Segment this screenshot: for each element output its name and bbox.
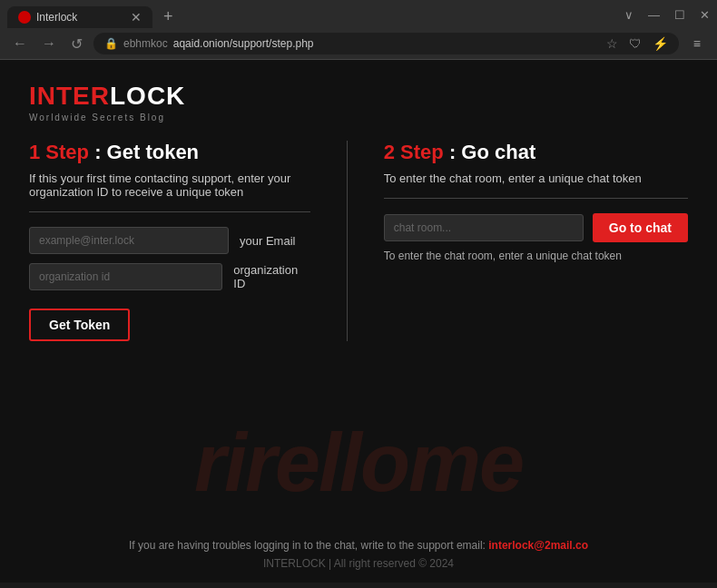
logo-lock: LOCK: [110, 82, 185, 110]
watermark: rirellome: [194, 416, 523, 510]
chat-room-input[interactable]: [384, 214, 584, 241]
step1-colon: :: [89, 141, 107, 163]
close-button[interactable]: ✕: [700, 8, 710, 22]
address-left: ebhmkoc: [123, 37, 168, 50]
org-input[interactable]: [29, 263, 222, 290]
maximize-button[interactable]: ☐: [674, 8, 685, 22]
footer-copyright: INTERLOCK | All right reserved © 2024: [29, 557, 688, 570]
browser-right-icons: ≡: [686, 36, 708, 51]
footer-trouble-text: If you are having troubles logging in to…: [29, 539, 688, 552]
tab-favicon: [18, 11, 31, 24]
window-controls: ∨ — ☐ ✕: [624, 8, 710, 25]
logo-subtitle: Worldwide Secrets Blog: [29, 113, 688, 122]
footer: If you are having troubles logging in to…: [0, 526, 717, 583]
email-input[interactable]: [29, 227, 229, 254]
shield-icon[interactable]: 🛡: [629, 36, 642, 51]
chat-input-row: Go to chat: [384, 213, 688, 242]
nav-bar: ← → ↺ 🔒 ebhmkoc aqaid.onion/support/step…: [0, 28, 717, 59]
lock-icon: 🔒: [104, 37, 118, 50]
step1-action: Get token: [107, 141, 199, 163]
active-tab[interactable]: Interlock ✕: [7, 6, 152, 28]
step2-column: 2 Step : Go chat To enter the chat room,…: [384, 141, 688, 341]
chat-note: To enter the chat room, enter a unique c…: [384, 250, 688, 262]
page-content: rirellome INTERLOCK Worldwide Secrets Bl…: [0, 60, 717, 583]
go-to-chat-button[interactable]: Go to chat: [593, 213, 688, 242]
browser-chrome: Interlock ✕ + ∨ — ☐ ✕ ← → ↺ 🔒 ebhmkoc aq…: [0, 0, 717, 60]
column-divider: [347, 141, 348, 341]
logo-inter: INTER: [29, 82, 110, 110]
org-row: organization ID: [29, 263, 310, 290]
address-bar[interactable]: 🔒 ebhmkoc aqaid.onion/support/step.php ☆…: [93, 33, 679, 54]
address-main: aqaid.onion/support/step.php: [173, 37, 314, 50]
tab-title: Interlock: [36, 11, 125, 24]
logo: INTERLOCK Worldwide Secrets Blog: [29, 82, 688, 122]
bookmark-icon[interactable]: ☆: [606, 36, 618, 51]
org-label: organization ID: [233, 263, 309, 290]
step1-heading: 1 Step : Get token: [29, 141, 310, 164]
chevron-down-icon[interactable]: ∨: [624, 8, 634, 22]
tab-bar: Interlock ✕ + ∨ — ☐ ✕: [0, 0, 717, 28]
address-right-icons: ☆ 🛡 ⚡: [606, 36, 668, 51]
logo-text: INTERLOCK: [29, 82, 688, 111]
footer-email: interlock@2mail.co: [488, 539, 588, 552]
forward-button[interactable]: →: [38, 34, 60, 54]
email-row: your Email: [29, 227, 310, 254]
step2-colon: :: [444, 141, 462, 163]
step1-number: 1 Step: [29, 141, 89, 163]
back-button[interactable]: ←: [9, 34, 31, 54]
tab-close-button[interactable]: ✕: [131, 11, 142, 24]
step1-column: 1 Step : Get token If this your first ti…: [29, 141, 310, 341]
trouble-label: If you are having troubles logging in to…: [129, 539, 486, 552]
email-label: your Email: [240, 234, 295, 248]
two-column-layout: 1 Step : Get token If this your first ti…: [29, 141, 688, 341]
step2-number: 2 Step: [384, 141, 444, 163]
step2-description: To enter the chat room, enter a unique c…: [384, 172, 688, 199]
new-tab-button[interactable]: +: [156, 5, 181, 28]
menu-icon[interactable]: ≡: [693, 36, 701, 51]
get-token-button[interactable]: Get Token: [29, 309, 130, 341]
step2-heading: 2 Step : Go chat: [384, 141, 688, 164]
step2-action: Go chat: [461, 141, 535, 163]
minimize-button[interactable]: —: [648, 8, 660, 22]
step1-description: If this your first time contacting suppo…: [29, 172, 310, 212]
extensions-icon[interactable]: ⚡: [653, 36, 668, 51]
refresh-button[interactable]: ↺: [67, 34, 86, 54]
